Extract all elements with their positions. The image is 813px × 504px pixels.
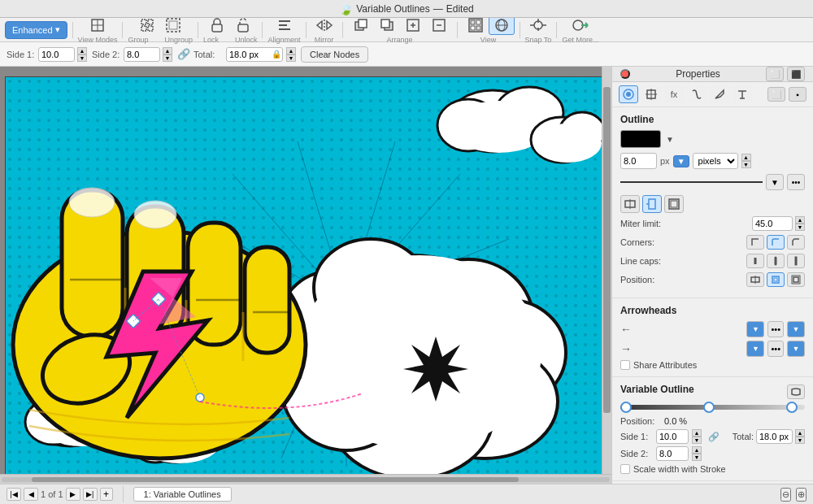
pos-center-btn[interactable]: [746, 272, 764, 287]
view-icon-btn1[interactable]: [463, 15, 489, 35]
next-page-btn[interactable]: ▶: [66, 488, 80, 501]
lock-icon-btn[interactable]: [204, 15, 230, 35]
var-total-increment[interactable]: ▲: [795, 429, 805, 437]
side2-increment-btn[interactable]: ▲: [163, 47, 172, 54]
variable-outline-action-btn[interactable]: [787, 385, 805, 399]
snap-icon-btn[interactable]: [525, 15, 551, 35]
var-total-input[interactable]: [756, 429, 793, 444]
cap-round-btn[interactable]: [767, 254, 785, 268]
pos-inside-btn[interactable]: [767, 272, 785, 287]
outline-size-increment[interactable]: ▲: [741, 154, 751, 161]
var-side2-increment[interactable]: ▲: [692, 446, 702, 454]
side1-increment-btn[interactable]: ▲: [77, 47, 87, 54]
share-attributes-checkbox[interactable]: [620, 360, 630, 370]
page-tab[interactable]: 1: Variable Outlines: [133, 487, 232, 502]
outline-px-unit-dropdown[interactable]: ▼: [673, 155, 689, 167]
alignment-icon-btn[interactable]: [272, 15, 298, 35]
outline-size-input[interactable]: [620, 153, 657, 169]
var-side1-input[interactable]: [656, 429, 689, 444]
side1-decrement-btn[interactable]: ▼: [77, 54, 87, 62]
align-btn-1[interactable]: [620, 195, 640, 213]
var-side1-decrement[interactable]: ▼: [692, 437, 702, 444]
canvas-vscroll[interactable]: [602, 67, 611, 474]
corner-miter-btn[interactable]: [746, 235, 764, 250]
arrange-icon-btn1[interactable]: [348, 15, 374, 35]
vscroll-thumb[interactable]: [603, 87, 611, 413]
outline-color-dropdown[interactable]: ▼: [666, 135, 674, 144]
scale-checkbox[interactable]: [620, 464, 630, 474]
miter-increment[interactable]: ▲: [795, 216, 805, 224]
scrollbar-thumb[interactable]: [32, 477, 518, 482]
prop-panel-btn2[interactable]: ▪: [789, 87, 806, 102]
last-page-btn[interactable]: ▶|: [83, 488, 98, 501]
arrow-end-dropdown2[interactable]: ▼: [787, 341, 805, 357]
total-increment-btn[interactable]: ▲: [286, 47, 296, 54]
canvas-scrollbar[interactable]: [0, 474, 611, 484]
get-more-icon-btn[interactable]: [567, 15, 593, 35]
side2-decrement-btn[interactable]: ▼: [163, 54, 172, 62]
align-btn-2[interactable]: [642, 195, 662, 213]
var-total-decrement[interactable]: ▼: [795, 437, 805, 444]
arrow-start-dropdown2[interactable]: ▼: [787, 321, 805, 337]
variable-outline-slider[interactable]: [620, 405, 805, 410]
prop-text-icon[interactable]: [733, 85, 752, 103]
var-side2-decrement[interactable]: ▼: [692, 454, 702, 461]
corner-bevel-btn[interactable]: [787, 235, 805, 250]
arrange-icon-btn3[interactable]: [400, 15, 426, 35]
var-side2-input[interactable]: [656, 446, 689, 461]
side1-input[interactable]: [38, 47, 75, 62]
cap-butt-btn[interactable]: [746, 254, 764, 268]
side2-input[interactable]: [124, 47, 160, 62]
arrow-end-more[interactable]: •••: [767, 341, 784, 357]
prev-page-btn[interactable]: ◀: [24, 488, 38, 501]
outline-unit-select[interactable]: pixels points mm: [693, 153, 738, 169]
total-decrement-btn[interactable]: ▼: [286, 54, 296, 62]
outline-color-swatch[interactable]: [620, 130, 661, 148]
arrow-end-select[interactable]: ▼: [746, 341, 764, 357]
zoom-out-btn[interactable]: ⊖: [780, 488, 791, 502]
add-page-btn[interactable]: +: [100, 488, 113, 501]
var-side1-increment[interactable]: ▲: [692, 429, 702, 437]
total-group: 🔗 Total: 🔒 ▲ ▼: [177, 47, 296, 62]
group-icon-btn[interactable]: [134, 15, 160, 35]
pos-outside-btn[interactable]: [787, 272, 805, 287]
prop-panel-btn1[interactable]: ⬜: [767, 87, 785, 102]
prop-transform-icon[interactable]: [641, 85, 661, 103]
prop-expand-btn2[interactable]: ⬛: [787, 67, 805, 81]
variable-outline-slider-thumb3[interactable]: [786, 402, 798, 413]
scrollbar-track[interactable]: [2, 477, 610, 482]
mirror-icon-btn[interactable]: [311, 15, 337, 35]
properties-close-button[interactable]: [620, 69, 630, 79]
align-btn-3[interactable]: [664, 195, 684, 213]
clear-nodes-button[interactable]: Clear Nodes: [301, 46, 368, 63]
view-modes-icon-btn[interactable]: [85, 15, 111, 35]
canvas-area[interactable]: [0, 67, 611, 484]
cap-square-btn[interactable]: [787, 254, 805, 268]
title-separator: —: [433, 3, 443, 15]
arrange-icon-btn4[interactable]: [426, 15, 452, 35]
ungroup-icon-btn[interactable]: [160, 15, 186, 35]
toolbar-section-view-modes: View Modes: [78, 15, 118, 44]
prop-fx-icon[interactable]: fx: [664, 85, 684, 103]
outline-size-decrement[interactable]: ▼: [741, 161, 751, 168]
arrow-start-more[interactable]: •••: [767, 321, 784, 337]
variable-outline-slider-thumb[interactable]: [620, 402, 632, 413]
arrange-icon-btn2[interactable]: [374, 15, 400, 35]
corner-round-btn[interactable]: [767, 235, 785, 250]
variable-outline-slider-thumb2[interactable]: [703, 402, 715, 413]
outline-color-row: ▼: [620, 130, 805, 148]
zoom-fit-btn[interactable]: ⊕: [796, 488, 806, 502]
unlock-icon-btn[interactable]: [230, 15, 256, 35]
prop-formula-icon[interactable]: [687, 85, 706, 103]
prop-style-icon[interactable]: [619, 85, 638, 103]
arrow-start-select[interactable]: ▼: [746, 321, 764, 337]
dash-more-btn[interactable]: •••: [787, 174, 805, 190]
enhanced-button[interactable]: Enhanced ▾: [5, 21, 67, 39]
miter-limit-input[interactable]: [752, 216, 793, 231]
prop-expand-btn1[interactable]: ⬜: [766, 67, 784, 81]
view-icon-btn2[interactable]: [489, 15, 515, 35]
first-page-btn[interactable]: |◀: [7, 488, 21, 501]
prop-pen-icon[interactable]: [710, 85, 729, 103]
miter-decrement[interactable]: ▼: [795, 224, 805, 231]
dash-dropdown-btn[interactable]: ▼: [766, 174, 784, 190]
